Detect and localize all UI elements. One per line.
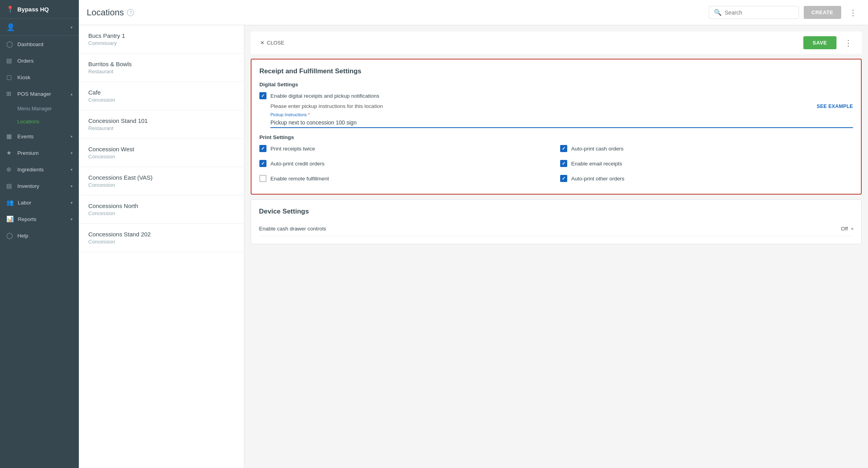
help-icon: ◯ bbox=[6, 232, 13, 239]
sidebar-item-orders[interactable]: ▤ Orders bbox=[0, 52, 79, 69]
pos-icon: ⊞ bbox=[6, 90, 13, 97]
orders-icon: ▤ bbox=[6, 57, 13, 64]
auto-print-other-row: ✓ Auto-print other orders bbox=[560, 175, 853, 182]
see-example-link[interactable]: SEE EXAMPLE bbox=[817, 104, 853, 109]
content-area: Bucs Pantry 1 Commissary Burritos & Bowl… bbox=[79, 25, 868, 468]
labor-icon: 👥 bbox=[6, 199, 14, 206]
sidebar-item-pos-manager[interactable]: ⊞ POS Manager ▴ bbox=[0, 85, 79, 102]
sidebar-sub-item-label: Locations bbox=[17, 119, 39, 124]
print-receipts-twice-checkbox[interactable]: ✓ bbox=[259, 145, 266, 152]
location-name: Cafe bbox=[88, 89, 235, 96]
sidebar-item-label: Premium bbox=[17, 150, 39, 156]
location-type: Restaurant bbox=[88, 69, 235, 74]
sidebar-brand: 📍 Bypass HQ bbox=[0, 0, 79, 19]
location-type: Concession bbox=[88, 210, 235, 216]
location-name: Concessions East (VAS) bbox=[88, 174, 235, 181]
ingredients-chevron-icon: ▾ bbox=[71, 167, 73, 172]
sidebar-item-reports[interactable]: 📊 Reports ▾ bbox=[0, 211, 79, 227]
sidebar-item-events[interactable]: ▦ Events ▾ bbox=[0, 128, 79, 145]
user-icon: 👤 bbox=[6, 23, 15, 32]
location-type: Commissary bbox=[88, 40, 235, 46]
location-name: Bucs Pantry 1 bbox=[88, 32, 235, 39]
sidebar-item-ingredients[interactable]: ⊛ Ingredients ▾ bbox=[0, 161, 79, 178]
sidebar-item-labor[interactable]: 👥 Labor ▾ bbox=[0, 194, 79, 211]
checkmark-icon: ✓ bbox=[261, 93, 265, 98]
sidebar-user[interactable]: 👤 ▾ bbox=[0, 19, 79, 36]
enable-remote-row: Enable remote fulfillment bbox=[259, 175, 552, 182]
enable-digital-row: ✓ Enable digital receipts and pickup not… bbox=[259, 92, 853, 99]
sidebar-item-label: Reports bbox=[18, 216, 36, 222]
sidebar-item-kiosk[interactable]: ▢ Kiosk bbox=[0, 69, 79, 85]
list-item[interactable]: Concessions Stand 202 Concession bbox=[79, 224, 244, 252]
location-type: Concession bbox=[88, 182, 235, 188]
print-settings-label: Print Settings bbox=[259, 134, 853, 140]
close-x-icon: ✕ bbox=[260, 40, 264, 46]
brand-name: Bypass HQ bbox=[17, 6, 49, 13]
cash-drawer-select[interactable]: Off ▾ bbox=[841, 226, 853, 232]
enable-digital-checkbox[interactable]: ✓ bbox=[259, 92, 266, 99]
ingredients-icon: ⊛ bbox=[6, 166, 13, 173]
auto-print-other-label: Auto-print other orders bbox=[571, 176, 624, 182]
labor-chevron-icon: ▾ bbox=[71, 201, 73, 205]
premium-icon: ★ bbox=[6, 149, 13, 156]
pickup-instructions-input[interactable] bbox=[270, 118, 853, 128]
location-name: Concession Stand 101 bbox=[88, 117, 235, 124]
list-item[interactable]: Concession West Concession bbox=[79, 139, 244, 167]
create-button[interactable]: CREATE bbox=[804, 6, 841, 19]
search-input[interactable] bbox=[725, 9, 794, 16]
enable-remote-checkbox[interactable] bbox=[259, 175, 266, 182]
header-more-button[interactable]: ⋮ bbox=[846, 6, 860, 19]
enable-email-checkbox[interactable]: ✓ bbox=[560, 160, 567, 167]
sidebar-sub-item-locations[interactable]: Locations bbox=[0, 115, 79, 128]
list-item[interactable]: Concessions East (VAS) Concession bbox=[79, 167, 244, 195]
device-settings-card: Device Settings Enable cash drawer contr… bbox=[251, 199, 862, 244]
dashboard-icon: ◯ bbox=[6, 41, 13, 48]
events-chevron-icon: ▾ bbox=[71, 134, 73, 139]
save-button[interactable]: SAVE bbox=[803, 36, 836, 49]
cash-drawer-row: Enable cash drawer controls Off ▾ bbox=[259, 222, 853, 236]
location-name: Concessions North bbox=[88, 202, 235, 209]
brand-icon: 📍 bbox=[6, 6, 14, 13]
search-box[interactable]: 🔍 bbox=[709, 6, 799, 19]
list-item[interactable]: Cafe Concession bbox=[79, 82, 244, 110]
sidebar-item-label: Inventory bbox=[17, 183, 39, 189]
checkmark-icon: ✓ bbox=[562, 176, 566, 181]
checkmark-icon: ✓ bbox=[261, 146, 265, 151]
pickup-info: Please enter pickup instructions for thi… bbox=[270, 103, 853, 128]
list-item[interactable]: Concession Stand 101 Restaurant bbox=[79, 110, 244, 139]
auto-print-credit-label: Auto-print credit orders bbox=[270, 161, 324, 167]
list-item[interactable]: Burritos & Bowls Restaurant bbox=[79, 54, 244, 82]
sidebar-item-inventory[interactable]: ▤ Inventory ▾ bbox=[0, 178, 79, 194]
device-settings-title: Device Settings bbox=[259, 208, 853, 215]
checkmark-icon: ✓ bbox=[562, 146, 566, 151]
sidebar: 📍 Bypass HQ 👤 ▾ ◯ Dashboard ▤ Orders ▢ K… bbox=[0, 0, 79, 468]
location-list: Bucs Pantry 1 Commissary Burritos & Bowl… bbox=[79, 25, 244, 468]
enable-digital-label: Enable digital receipts and pickup notif… bbox=[270, 93, 379, 99]
location-name: Concessions Stand 202 bbox=[88, 231, 235, 238]
auto-print-credit-checkbox[interactable]: ✓ bbox=[259, 160, 266, 167]
sidebar-item-help[interactable]: ◯ Help bbox=[0, 227, 79, 244]
enable-email-row: ✓ Enable email receipts bbox=[560, 160, 853, 167]
search-icon: 🔍 bbox=[714, 9, 722, 16]
enable-email-label: Enable email receipts bbox=[571, 161, 622, 167]
page-title: Locations ? bbox=[87, 7, 704, 18]
location-name: Burritos & Bowls bbox=[88, 61, 235, 67]
auto-print-other-checkbox[interactable]: ✓ bbox=[560, 175, 567, 182]
sidebar-item-label: Events bbox=[17, 134, 34, 139]
sidebar-sub-item-menu-manager[interactable]: Menu Manager bbox=[0, 102, 79, 115]
sidebar-item-dashboard[interactable]: ◯ Dashboard bbox=[0, 36, 79, 52]
header-help-icon[interactable]: ? bbox=[127, 9, 134, 16]
panel-more-button[interactable]: ⋮ bbox=[841, 37, 855, 49]
page-title-text: Locations bbox=[87, 7, 124, 18]
digital-settings-label: Digital Settings bbox=[259, 82, 853, 87]
checkmark-icon: ✓ bbox=[261, 161, 265, 166]
events-icon: ▦ bbox=[6, 133, 13, 140]
auto-print-cash-checkbox[interactable]: ✓ bbox=[560, 145, 567, 152]
list-item[interactable]: Concessions North Concession bbox=[79, 195, 244, 224]
sidebar-item-premium[interactable]: ★ Premium ▾ bbox=[0, 145, 79, 161]
print-receipts-twice-label: Print receipts twice bbox=[270, 146, 315, 152]
close-button[interactable]: ✕ CLOSE bbox=[257, 38, 287, 47]
list-item[interactable]: Bucs Pantry 1 Commissary bbox=[79, 25, 244, 54]
checkmark-icon: ✓ bbox=[562, 161, 566, 166]
sidebar-item-label: Help bbox=[17, 233, 28, 239]
